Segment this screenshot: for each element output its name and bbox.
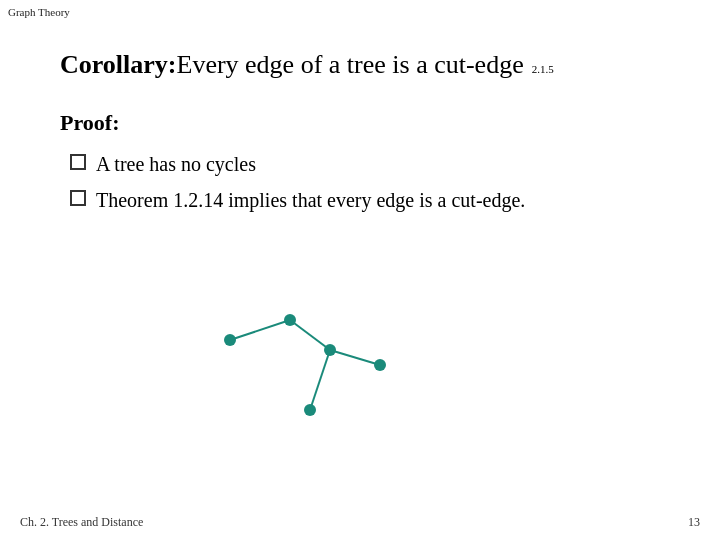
corollary-text: Every edge of a tree is a cut-edge	[177, 50, 524, 80]
bullet-item-1: A tree has no cycles	[70, 150, 680, 178]
proof-label: Proof:	[60, 110, 680, 136]
bullet-text-2: Theorem 1.2.14 implies that every edge i…	[96, 186, 525, 214]
bullet-icon-2	[70, 190, 86, 206]
edge-n3-n5	[310, 350, 330, 410]
corollary-line: Corollary: Every edge of a tree is a cut…	[60, 50, 680, 80]
graph-svg	[210, 310, 410, 440]
edge-n3-n4	[330, 350, 380, 365]
corollary-label: Corollary:	[60, 50, 177, 80]
corollary-ref: 2.1.5	[532, 63, 554, 75]
node-n1	[224, 334, 236, 346]
footer: Ch. 2. Trees and Distance 13	[0, 515, 720, 530]
footer-left: Ch. 2. Trees and Distance	[20, 515, 143, 530]
node-n2	[284, 314, 296, 326]
bullet-item-2: Theorem 1.2.14 implies that every edge i…	[70, 186, 680, 214]
node-n3	[324, 344, 336, 356]
main-content: Corollary: Every edge of a tree is a cut…	[60, 50, 680, 222]
node-n5	[304, 404, 316, 416]
footer-right: 13	[688, 515, 700, 530]
edge-n2-n3	[290, 320, 330, 350]
page-header: Graph Theory	[8, 6, 70, 18]
edge-n1-n2	[230, 320, 290, 340]
bullet-icon-1	[70, 154, 86, 170]
node-n4	[374, 359, 386, 371]
graph-diagram	[210, 310, 410, 440]
proof-bullets: A tree has no cycles Theorem 1.2.14 impl…	[60, 150, 680, 214]
bullet-text-1: A tree has no cycles	[96, 150, 256, 178]
